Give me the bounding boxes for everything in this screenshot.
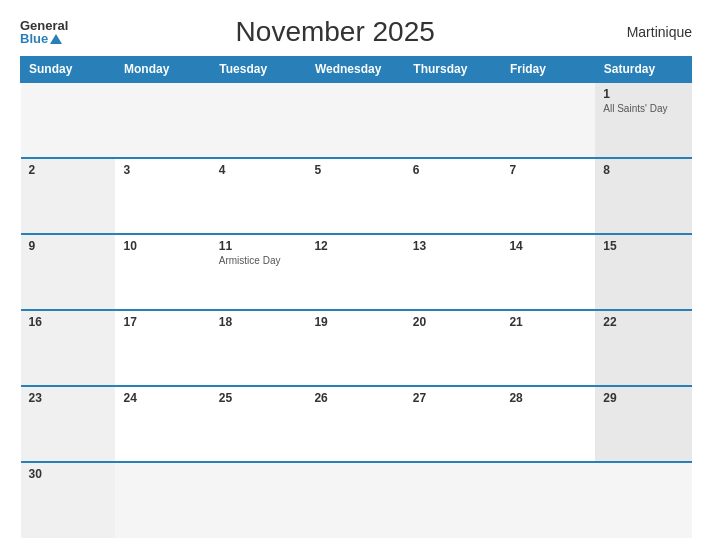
calendar-cell: 26 [306,386,404,462]
calendar-cell: 30 [21,462,116,538]
calendar-week-row: 91011Armistice Day12131415 [21,234,692,310]
calendar-cell [21,82,116,158]
day-number: 30 [29,467,108,481]
calendar-cell: 3 [115,158,210,234]
calendar-cell: 29 [595,386,691,462]
calendar-cell [405,462,502,538]
day-number: 2 [29,163,108,177]
day-number: 24 [123,391,202,405]
calendar-cell: 5 [306,158,404,234]
day-number: 10 [123,239,202,253]
day-number: 23 [29,391,108,405]
calendar-cell: 12 [306,234,404,310]
day-number: 11 [219,239,299,253]
calendar-cell [115,462,210,538]
day-number: 21 [509,315,587,329]
calendar-cell: 8 [595,158,691,234]
col-header-friday: Friday [501,57,595,83]
calendar-week-row: 2345678 [21,158,692,234]
calendar-title: November 2025 [68,16,602,48]
calendar-cell: 15 [595,234,691,310]
calendar-cell: 21 [501,310,595,386]
calendar-cell: 10 [115,234,210,310]
calendar-cell: 9 [21,234,116,310]
day-number: 4 [219,163,299,177]
day-number: 16 [29,315,108,329]
calendar-week-row: 30 [21,462,692,538]
calendar-cell [306,462,404,538]
day-number: 1 [603,87,683,101]
calendar-cell [115,82,210,158]
day-number: 14 [509,239,587,253]
calendar-cell [501,462,595,538]
calendar-cell: 27 [405,386,502,462]
calendar-cell: 22 [595,310,691,386]
calendar-cell: 16 [21,310,116,386]
calendar-header-row: SundayMondayTuesdayWednesdayThursdayFrid… [21,57,692,83]
region-label: Martinique [602,24,692,40]
logo-triangle-icon [50,34,62,44]
day-number: 7 [509,163,587,177]
day-number: 18 [219,315,299,329]
calendar-cell: 23 [21,386,116,462]
day-number: 26 [314,391,396,405]
day-number: 13 [413,239,494,253]
calendar-cell [211,82,307,158]
day-number: 29 [603,391,683,405]
day-number: 5 [314,163,396,177]
day-number: 27 [413,391,494,405]
calendar-cell [501,82,595,158]
day-number: 3 [123,163,202,177]
calendar-cell: 18 [211,310,307,386]
day-number: 25 [219,391,299,405]
day-number: 20 [413,315,494,329]
logo-blue-text: Blue [20,32,48,45]
calendar-cell: 19 [306,310,404,386]
calendar-header: General Blue November 2025 Martinique [20,16,692,48]
col-header-wednesday: Wednesday [306,57,404,83]
col-header-monday: Monday [115,57,210,83]
calendar-cell: 14 [501,234,595,310]
day-number: 15 [603,239,683,253]
calendar-week-row: 1All Saints' Day [21,82,692,158]
calendar-cell: 28 [501,386,595,462]
day-number: 19 [314,315,396,329]
day-number: 22 [603,315,683,329]
holiday-label: All Saints' Day [603,103,683,114]
calendar-week-row: 16171819202122 [21,310,692,386]
calendar-cell [306,82,404,158]
day-number: 12 [314,239,396,253]
col-header-saturday: Saturday [595,57,691,83]
calendar-cell: 11Armistice Day [211,234,307,310]
calendar-cell: 2 [21,158,116,234]
calendar-cell: 20 [405,310,502,386]
col-header-sunday: Sunday [21,57,116,83]
col-header-tuesday: Tuesday [211,57,307,83]
day-number: 17 [123,315,202,329]
calendar-cell: 17 [115,310,210,386]
calendar-cell: 6 [405,158,502,234]
calendar-cell [211,462,307,538]
calendar-cell: 13 [405,234,502,310]
day-number: 28 [509,391,587,405]
day-number: 6 [413,163,494,177]
calendar-cell: 1All Saints' Day [595,82,691,158]
col-header-thursday: Thursday [405,57,502,83]
day-number: 9 [29,239,108,253]
calendar-cell: 7 [501,158,595,234]
logo: General Blue [20,19,68,45]
calendar-cell: 4 [211,158,307,234]
calendar-cell: 24 [115,386,210,462]
day-number: 8 [603,163,683,177]
holiday-label: Armistice Day [219,255,299,266]
calendar-cell [595,462,691,538]
calendar-table: SundayMondayTuesdayWednesdayThursdayFrid… [20,56,692,538]
calendar-cell [405,82,502,158]
calendar-cell: 25 [211,386,307,462]
calendar-week-row: 23242526272829 [21,386,692,462]
